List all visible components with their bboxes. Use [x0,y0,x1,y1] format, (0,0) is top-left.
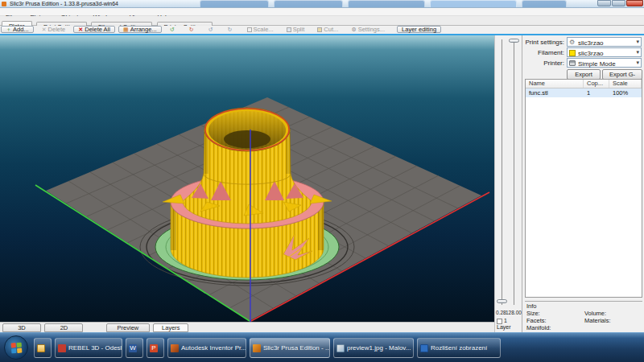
tab-3d[interactable]: 3D [2,323,41,332]
rotate-ccw-icon: ↺ [170,27,175,33]
rotate-y-icon: ↻ [228,27,233,33]
gear-icon: ⚙ [569,39,576,46]
info-title: Info [526,302,537,310]
inventor-icon [171,344,179,352]
word-icon: W [129,344,137,352]
title-bar: Slic3r Prusa Edition - 1.33.8-prusa3d-wi… [0,0,644,8]
gear-icon: ⚙ [351,27,356,33]
table-row[interactable]: func.stl 1 100% [526,88,642,97]
maximize-button[interactable] [612,0,625,6]
printer-icon [569,60,576,66]
settings-button[interactable]: ⚙Settings... [346,26,390,33]
object-list-table: Name Cop... Scale func.stl 1 100% [525,79,642,298]
display-settings-icon [420,344,428,352]
one-layer-checkbox[interactable] [497,319,502,324]
filament-label: Filament: [538,49,564,56]
background-browser-tab [430,0,517,7]
chevron-down-icon: ▾ [636,49,639,56]
powerpoint-icon: P [150,344,158,352]
delete-all-button[interactable]: ✕Delete All [73,26,115,33]
rotate-x-button[interactable]: ↺ [204,26,220,33]
manifold-label: Manifold: [526,324,551,331]
tab-layers[interactable]: Layers [153,323,188,332]
background-browser-tab [348,0,425,7]
split-button[interactable]: Split [282,26,310,33]
3d-scene [0,35,494,322]
powerpoint-taskbar-button[interactable]: P [147,338,164,358]
menu-bar: File Plater Object Window View Help [0,8,644,16]
arrange-icon: ▦ [123,27,129,33]
printer-label: Printer: [543,60,564,67]
layer-top-value: 128.00 [506,310,522,315]
scale-button[interactable]: Scale... [242,26,279,33]
app-icon [2,2,6,6]
layer-bottom-value: 0.28 [496,310,506,315]
volume-label: Volume: [584,310,606,317]
rotate-cw-icon: ↻ [189,27,194,33]
start-button[interactable] [4,335,28,360]
plater-side-panel: Print settings: ⚙ slic3rzao ▾ Filament: … [522,35,644,332]
taskbar-button[interactable]: preview1.jpg - Malov... [333,338,414,358]
layer-editing-button[interactable]: Layer editing [397,26,441,33]
delete-icon: ✕ [42,27,47,33]
taskbar-button[interactable]: REBEL 3D - Odeslat o... [55,338,122,358]
word-taskbar-button[interactable]: W [126,338,143,358]
window-title: Slic3r Prusa Edition - 1.33.8-prusa3d-wi… [10,0,118,8]
rotate-ccw-button[interactable]: ↺ [165,26,181,33]
background-browser-tab [200,0,269,7]
layer-slider-panel: 0.28 128.00 1 Layer [494,35,522,332]
close-button[interactable] [626,0,643,6]
print-settings-label: Print settings: [526,39,564,46]
layer-slider-bottom-track[interactable] [502,39,502,305]
delete-all-icon: ✕ [78,27,83,33]
windows-logo-icon [11,343,23,354]
cut-button[interactable]: Cut... [312,26,343,33]
filament-select[interactable]: slic3rzao ▾ [567,47,642,57]
settings-tab-bar: Plater Print Settings Filament Settings … [0,16,644,26]
arrange-button[interactable]: ▦Arrange... [118,26,162,33]
taskbar-button[interactable]: Autodesk Inventor Pr... [167,338,246,358]
chevron-down-icon: ▾ [636,60,639,66]
toolbar: ＋Add... ✕Delete ✕Delete All ▦Arrange... … [0,26,644,34]
desktop-screen: Slic3r Prusa Edition - 1.33.8-prusa3d-wi… [0,0,644,362]
add-button[interactable]: ＋Add... [1,26,34,33]
minimize-button[interactable] [597,0,611,6]
printer-select[interactable]: Simple Mode ▾ [567,58,642,68]
object-list-header: Name Cop... Scale [526,80,642,88]
size-label: Size: [526,310,540,317]
slic3r-icon [253,344,261,352]
delete-button[interactable]: ✕Delete [37,26,71,33]
background-browser-tab [274,0,343,7]
rotate-x-icon: ↺ [208,27,213,33]
print-settings-select[interactable]: ⚙ slic3rzao ▾ [567,37,642,47]
view-tab-bar: 3D 2D Preview Layers [0,322,494,332]
add-icon: ＋ [6,27,11,33]
rotate-cw-button[interactable]: ↻ [184,26,200,33]
explorer-taskbar-button[interactable] [34,338,52,358]
facets-label: Facets: [526,317,547,324]
3d-viewport[interactable] [0,35,494,322]
taskbar-button[interactable]: Rozlišení zobrazení [417,338,501,358]
info-box: Info Size: Volume: Facets: Materials: Ma… [525,301,642,331]
rotate-y-button[interactable]: ↻ [223,26,239,33]
cut-icon [317,27,322,32]
tab-2d[interactable]: 2D [44,323,83,332]
split-icon [287,27,291,32]
windows-taskbar: REBEL 3D - Odeslat o... W P Autodesk Inv… [0,332,644,362]
folder-icon [37,344,45,352]
background-browser-tab [522,0,567,7]
scale-icon [247,27,252,32]
taskbar-button-active[interactable]: Slic3r Prusa Edition - ... [250,338,330,358]
layer-slider-top-track[interactable] [514,39,514,305]
materials-label: Materials: [584,317,611,324]
mail-app-icon [58,344,66,352]
tab-preview[interactable]: Preview [106,323,150,332]
one-layer-control: 1 Layer [497,318,522,330]
layer-slider-bottom-knob[interactable] [497,299,507,303]
paint-icon [336,344,345,352]
layer-slider-top-knob[interactable] [509,39,519,43]
filament-color-swatch [569,50,576,56]
chevron-down-icon: ▾ [636,39,639,45]
